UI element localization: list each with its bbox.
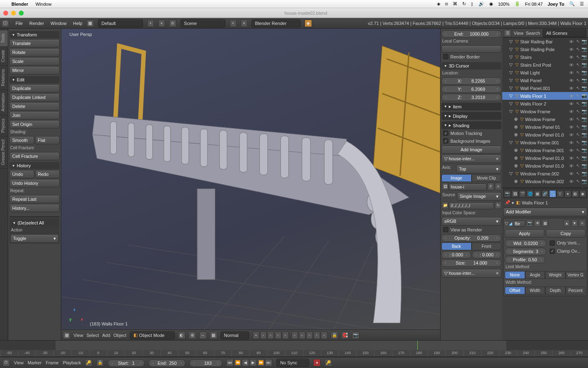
browse-image-icon[interactable]: 🖼 bbox=[442, 183, 448, 190]
tab-modifiers-icon[interactable]: 🔧 bbox=[549, 190, 556, 197]
timeline-track[interactable]: -50-40-30-20-100102030405060708090100110… bbox=[0, 341, 588, 357]
sync-selector[interactable]: No Sync bbox=[276, 359, 309, 367]
jump-end-icon[interactable]: ⏭ bbox=[265, 359, 272, 366]
tl-playback[interactable]: Playback bbox=[63, 360, 81, 365]
lock-range-icon[interactable]: 🔒 bbox=[96, 359, 104, 366]
layers-icon[interactable]: ▦ bbox=[210, 332, 217, 339]
rotate-button[interactable]: Rotate bbox=[9, 48, 60, 56]
colorspace-selector[interactable]: sRGB▾ bbox=[441, 217, 501, 226]
tab-world-icon[interactable]: 🌐 bbox=[526, 190, 533, 197]
mod-moveup-icon[interactable]: ▲ bbox=[564, 220, 570, 227]
fake-user-button[interactable]: F bbox=[488, 183, 494, 190]
dropbox-icon[interactable]: ⧈ bbox=[445, 1, 448, 7]
offset-y-field[interactable]: :0.000 bbox=[472, 251, 502, 258]
clock[interactable]: Fri 08:47 bbox=[525, 2, 543, 7]
translate-button[interactable]: Translate bbox=[9, 39, 60, 47]
outliner-item[interactable]: ▽▽ Wall Light 👁↖📷 bbox=[502, 69, 588, 76]
flat-button[interactable]: Flat bbox=[35, 136, 60, 144]
record-icon[interactable]: ● bbox=[313, 359, 321, 366]
outliner-item[interactable]: ▽▽ Wall Panel.001 👁↖📷 bbox=[502, 84, 588, 92]
scene-icon[interactable]: ⛭ bbox=[169, 20, 176, 27]
history-button[interactable]: History... bbox=[9, 204, 60, 212]
source-selector[interactable]: Single Image▾ bbox=[457, 192, 501, 201]
shield-icon[interactable]: ◈ bbox=[437, 1, 440, 7]
local-camera-field[interactable] bbox=[441, 45, 501, 53]
outliner-item[interactable]: ⊕▽ Window Panel 01.0 👁↖📷 bbox=[502, 162, 588, 170]
menu-window[interactable]: Window bbox=[51, 21, 67, 26]
layout-selector[interactable]: Default bbox=[98, 19, 143, 27]
tl-frame[interactable]: Frame bbox=[46, 360, 59, 365]
minimize-window-button[interactable] bbox=[11, 11, 16, 16]
timeline-editor-icon[interactable]: ⏱ bbox=[2, 359, 10, 366]
mod-movedown-icon[interactable]: ▼ bbox=[571, 220, 578, 227]
tab-render-icon[interactable]: 📷 bbox=[504, 190, 511, 197]
modifier-expand-icon[interactable]: ▽ bbox=[505, 221, 508, 226]
mod-display-icon[interactable]: 👁 bbox=[534, 220, 541, 227]
user-name[interactable]: Joey To bbox=[548, 2, 564, 7]
outliner-item[interactable]: ▽▽ Stairs 👁↖📷 bbox=[502, 53, 588, 61]
outliner-item[interactable]: ▽▽ Wall Panel 👁↖📷 bbox=[502, 76, 588, 84]
tl-marker[interactable]: Marker bbox=[28, 360, 42, 365]
width-method-toggle[interactable]: OffsetWidth DepthPercent bbox=[505, 287, 586, 294]
outliner-search[interactable]: Search bbox=[526, 31, 540, 36]
smooth-button[interactable]: Smooth bbox=[9, 136, 34, 144]
bg-image-entry[interactable]: ▽ house-inter...× bbox=[441, 155, 501, 163]
mod-editmode-icon[interactable]: ▦ bbox=[542, 220, 548, 227]
editor-type-icon[interactable]: ⓘ bbox=[2, 20, 9, 27]
keyframe-next-icon[interactable]: ⏩ bbox=[257, 359, 265, 366]
tab-renderlayers-icon[interactable]: 🖼 bbox=[511, 190, 518, 197]
copy-button[interactable]: Copy bbox=[546, 229, 586, 238]
close-window-button[interactable] bbox=[3, 11, 8, 16]
unlink-image-icon[interactable]: × bbox=[495, 183, 501, 190]
view-as-render-check[interactable]: View as Render bbox=[441, 226, 501, 233]
autokey-icon[interactable]: 🔑 bbox=[85, 359, 92, 366]
mod-delete-icon[interactable]: × bbox=[579, 220, 586, 227]
duplicate-linked-button[interactable]: Duplicate Linked bbox=[9, 93, 60, 101]
vp-menu-view[interactable]: View bbox=[74, 333, 83, 338]
tl-view[interactable]: View bbox=[14, 360, 24, 365]
layer-buttons[interactable]: ▪▫▫▫▫ ▫▫▫▫▫ bbox=[252, 332, 327, 339]
modifier-name-field[interactable]: Be bbox=[513, 221, 525, 227]
tab-object-icon[interactable]: ▦ bbox=[534, 190, 541, 197]
clamp-overlap-check[interactable]: ✓Clamp Ov... bbox=[548, 247, 586, 255]
axis-selector[interactable]: Top▾ bbox=[456, 165, 501, 173]
profile-field[interactable]: Profile:0.50 bbox=[505, 256, 545, 263]
join-button[interactable]: Join bbox=[9, 111, 60, 119]
keying-set-icon[interactable]: 🔑 bbox=[325, 359, 332, 366]
tab-grease-pencil[interactable]: Grease Pencil bbox=[0, 136, 8, 169]
undo-button[interactable]: Undo bbox=[9, 170, 34, 178]
volume-icon[interactable]: 🔊 bbox=[479, 1, 484, 7]
outliner-item[interactable]: ▽▽ Stair Railing Pole 👁↖📷 bbox=[502, 45, 588, 53]
panel-item[interactable]: ▸ Item bbox=[441, 103, 501, 110]
reload-icon[interactable]: ↻ bbox=[495, 202, 501, 209]
mode-selector[interactable]: ◧Object Mode bbox=[130, 331, 175, 339]
snap-icon[interactable]: 🧲 bbox=[341, 332, 349, 339]
outliner-item[interactable]: ⊕▽ Window Panel 01.0 👁↖📷 bbox=[502, 185, 588, 188]
outliner-item[interactable]: ▽▽ Walls Floor 2 👁↖📷 bbox=[502, 100, 588, 108]
app-name[interactable]: Blender bbox=[11, 2, 28, 7]
bg-images-check[interactable]: ✓Background Images bbox=[441, 137, 501, 145]
outliner[interactable]: ▽▽ Stair Railing Bar 👁↖📷 ▽▽ Stair Railin… bbox=[502, 38, 588, 188]
outliner-item[interactable]: ▽▽ Stair Railing Bar 👁↖📷 bbox=[502, 38, 588, 45]
motion-tracking-check[interactable]: ✓Motion Tracking bbox=[441, 129, 501, 137]
remove-scene-button[interactable]: × bbox=[241, 20, 247, 27]
outliner-item[interactable]: ▽▽ Walls Floor 1 👁↖📷 bbox=[502, 92, 588, 100]
render-border-check[interactable]: Render Border bbox=[441, 53, 501, 61]
mirror-button[interactable]: Mirror bbox=[9, 66, 60, 74]
tab-material-icon[interactable]: ● bbox=[564, 190, 571, 197]
play-reverse-icon[interactable]: ◀ bbox=[242, 359, 249, 366]
opacity-field[interactable]: Opacity:0.209 bbox=[441, 234, 501, 242]
tab-create[interactable]: Create bbox=[0, 47, 8, 66]
source-toggle[interactable]: ImageMovie Clip bbox=[441, 174, 501, 182]
segments-field[interactable]: Segments:3 bbox=[505, 248, 546, 255]
only-vertices-check[interactable]: Only Verti... bbox=[548, 239, 586, 247]
spotlight-icon[interactable]: 🔍 bbox=[569, 1, 575, 7]
file-browse-icon[interactable]: 📁 bbox=[442, 202, 448, 209]
panel-shading[interactable]: ▸ Shading bbox=[441, 121, 501, 129]
width-field[interactable]: Wid:0.0200 bbox=[505, 240, 546, 247]
panel-deselect-all[interactable]: (De)select All bbox=[10, 219, 59, 227]
tab-relations[interactable]: Relations bbox=[0, 66, 8, 90]
wifi-icon[interactable]: ◉ bbox=[489, 1, 493, 7]
delete-button[interactable]: Delete bbox=[9, 102, 60, 110]
pin-icon[interactable]: 📌 bbox=[505, 200, 510, 205]
